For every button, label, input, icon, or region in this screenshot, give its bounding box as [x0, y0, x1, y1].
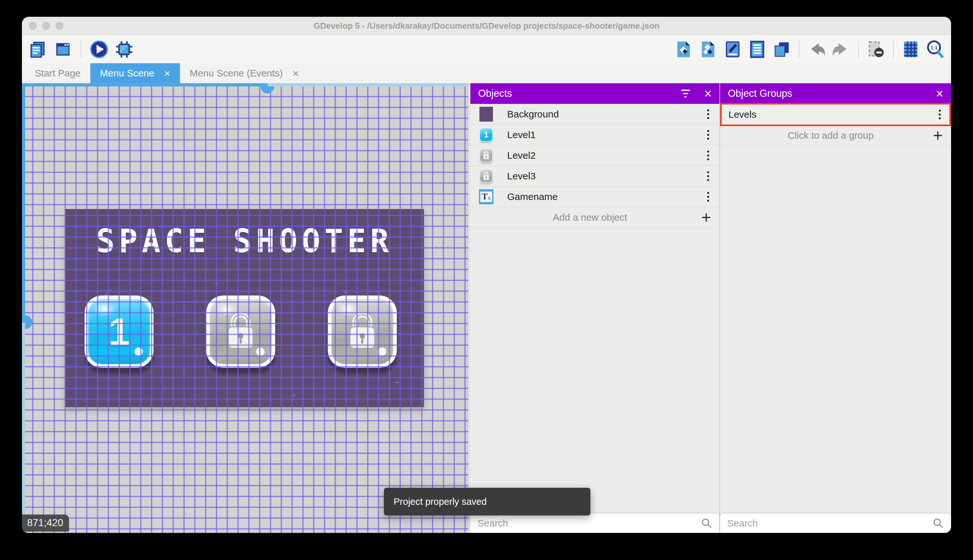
object-row-level1[interactable]: 1 Level1	[470, 125, 720, 145]
background-object-instance[interactable]: SPACE SHOOTER + + + + + + 1	[65, 209, 424, 407]
plus-icon[interactable]: +	[701, 209, 711, 226]
object-row-level3[interactable]: Level3	[470, 166, 720, 187]
toolbar: 1:1	[22, 35, 951, 63]
add-group-row[interactable]: Click to add a group +	[720, 125, 951, 146]
play-icon	[89, 40, 109, 59]
add-object-row[interactable]: Add a new object +	[470, 207, 720, 228]
window-title: GDevelop 5 - /Users/dkarakay/Documents/G…	[22, 17, 951, 35]
objects-editor-button[interactable]	[674, 39, 694, 59]
tab-label: Menu Scene	[100, 68, 154, 79]
object-name: Level2	[507, 150, 536, 161]
group-row-levels[interactable]: Levels	[720, 104, 951, 125]
toolbar-separator	[893, 40, 894, 58]
close-panel-icon[interactable]: ×	[936, 87, 943, 100]
close-panel-icon[interactable]: ×	[704, 87, 712, 100]
level2-button-instance[interactable]	[206, 295, 275, 368]
objects-search-input[interactable]	[478, 518, 701, 529]
groups-search-input[interactable]	[727, 518, 932, 529]
grid-icon	[901, 40, 920, 59]
tab-label: Menu Scene (Events)	[190, 68, 283, 79]
project-manager-button[interactable]	[28, 39, 48, 59]
tab-menu-scene[interactable]: Menu Scene ×	[90, 63, 180, 83]
object-menu-icon[interactable]	[705, 107, 711, 121]
object-row-level2[interactable]: Level2	[470, 145, 720, 166]
object-thumbnail: Tx	[479, 189, 493, 204]
undo-icon	[807, 40, 826, 59]
filter-icon[interactable]	[681, 90, 690, 97]
objects-panel-header: Objects ×	[470, 83, 720, 104]
object-thumbnail	[479, 148, 493, 163]
properties-button[interactable]	[723, 39, 743, 59]
tab-bar: Start Page Menu Scene × Menu Scene (Even…	[22, 63, 951, 83]
object-thumbnail: 1	[479, 127, 493, 142]
object-menu-icon[interactable]	[705, 169, 711, 183]
undo-button[interactable]	[806, 39, 826, 59]
object-row-background[interactable]: Background	[470, 104, 720, 125]
project-manager-icon	[28, 40, 47, 59]
level3-button-instance[interactable]	[328, 295, 397, 368]
preview-play-button[interactable]	[89, 39, 109, 59]
layers-button[interactable]	[772, 39, 792, 59]
lock-icon	[483, 151, 490, 160]
instances-list-button[interactable]	[747, 39, 767, 59]
instances-list-icon	[748, 40, 766, 59]
plus-icon[interactable]: +	[933, 127, 943, 144]
object-groups-panel-title: Object Groups	[728, 88, 792, 99]
vertical-scrollbar-handle[interactable]	[25, 315, 32, 329]
horizontal-scrollbar[interactable]	[22, 83, 468, 87]
vertical-scrollbar[interactable]	[22, 83, 25, 533]
zoom-original-button[interactable]: 1:1	[925, 39, 945, 59]
object-groups-panel-header: Object Groups ×	[720, 83, 951, 104]
titlebar: GDevelop 5 - /Users/dkarakay/Documents/G…	[22, 17, 951, 35]
app-window: GDevelop 5 - /Users/dkarakay/Documents/G…	[22, 17, 951, 533]
tab-menu-scene-events[interactable]: Menu Scene (Events) ×	[180, 63, 308, 83]
search-icon	[701, 517, 712, 529]
zoom-1-1-icon: 1:1	[926, 40, 945, 59]
redo-icon	[832, 40, 850, 59]
tab-start-page[interactable]: Start Page	[25, 63, 90, 83]
close-tab-icon[interactable]: ×	[293, 68, 299, 79]
objects-editor-icon	[674, 40, 693, 59]
object-groups-panel: Object Groups × Levels Click to add a gr…	[720, 83, 951, 533]
horizontal-scrollbar-track	[22, 83, 268, 87]
object-row-gamename[interactable]: Tx Gamename	[470, 187, 720, 207]
object-name: Background	[507, 109, 559, 120]
cursor-coordinates-badge: 871;420	[22, 515, 69, 532]
object-thumbnail	[479, 107, 493, 122]
close-tab-icon[interactable]: ×	[164, 68, 170, 79]
objects-search-bar	[470, 513, 720, 533]
window-mask-button[interactable]	[866, 39, 886, 59]
add-group-label: Click to add a group	[728, 130, 933, 141]
scene-window-button[interactable]	[53, 39, 73, 59]
redo-button[interactable]	[831, 39, 851, 59]
object-menu-icon[interactable]	[705, 128, 711, 142]
group-menu-icon[interactable]	[937, 108, 943, 121]
object-name: Level3	[507, 171, 536, 182]
toast-message: Project properly saved	[393, 497, 487, 507]
object-groups-button[interactable]	[698, 39, 718, 59]
scene-canvas[interactable]: SPACE SHOOTER + + + + + + 1	[22, 83, 470, 533]
object-menu-icon[interactable]	[705, 149, 711, 162]
lock-icon	[483, 172, 490, 181]
save-toast: Project properly saved	[384, 488, 590, 515]
objects-list: Background 1 Level1	[470, 104, 720, 533]
grid-button[interactable]	[901, 39, 921, 59]
object-menu-icon[interactable]	[705, 190, 711, 203]
tab-label: Start Page	[35, 68, 81, 79]
main-area: SPACE SHOOTER + + + + + + 1	[22, 83, 951, 533]
level1-button-instance[interactable]: 1	[85, 295, 153, 368]
toolbar-right: 1:1	[674, 39, 951, 59]
properties-icon	[723, 40, 742, 59]
horizontal-scrollbar-handle[interactable]	[261, 87, 274, 93]
search-icon	[932, 517, 944, 529]
object-name: Level1	[507, 129, 536, 140]
debug-button[interactable]	[114, 39, 134, 59]
toolbar-separator	[799, 40, 800, 58]
vertical-scrollbar-track	[22, 83, 25, 323]
sparkle-decoration: +	[394, 377, 400, 388]
lock-icon	[346, 312, 378, 351]
level-number: 1	[108, 309, 130, 354]
object-thumbnail	[479, 169, 493, 183]
object-name: Gamename	[507, 191, 558, 202]
objects-panel-title: Objects	[478, 88, 512, 99]
